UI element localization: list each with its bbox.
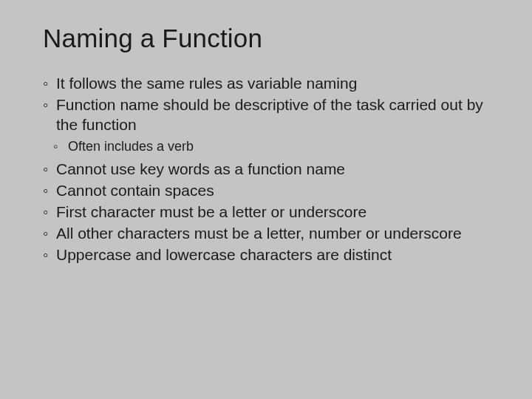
bullet-item: First character must be a letter or unde… (43, 202, 489, 222)
bullet-item: Function name should be descriptive of t… (43, 95, 489, 135)
bullet-item: Uppercase and lowercase characters are d… (43, 245, 489, 265)
bullet-item: Cannot contain spaces (43, 181, 489, 201)
bullet-item: All other characters must be a letter, n… (43, 224, 489, 244)
bullet-item: Cannot use key words as a function name (43, 160, 489, 180)
bullet-list: Cannot use key words as a function name … (43, 160, 489, 265)
sub-bullet-item: Often includes a verb (43, 138, 489, 155)
bullet-list: It follows the same rules as variable na… (43, 74, 489, 135)
slide-title: Naming a Function (43, 24, 489, 53)
bullet-item: It follows the same rules as variable na… (43, 74, 489, 94)
sub-bullet-list: Often includes a verb (43, 138, 489, 155)
